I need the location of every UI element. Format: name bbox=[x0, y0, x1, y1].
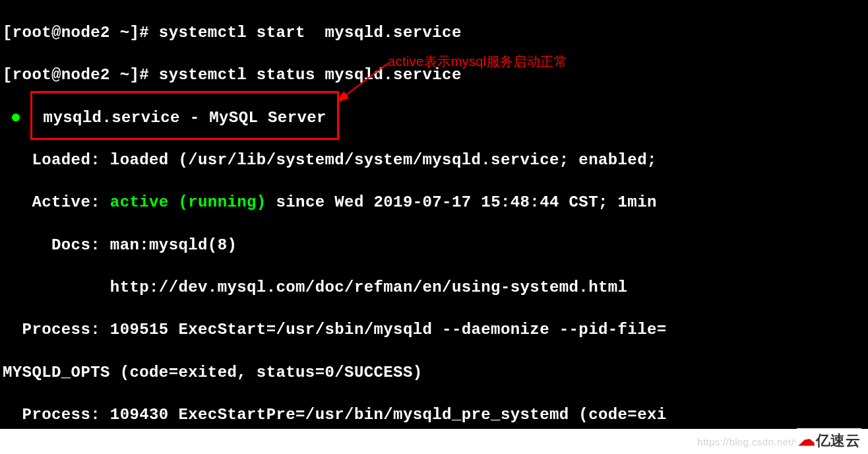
command-text: systemctl start mysqld.service bbox=[159, 24, 462, 42]
shell-prompt: [root@node2 ~]# bbox=[3, 66, 159, 84]
docs-line-1: Docs: man:mysqld(8) bbox=[3, 235, 865, 256]
process-line-1: Process: 109515 ExecStart=/usr/sbin/mysq… bbox=[3, 319, 865, 340]
brand-logo: ☁亿速云 bbox=[795, 428, 863, 451]
annotation-arrow-icon bbox=[330, 61, 396, 107]
cloud-icon: ☁ bbox=[798, 430, 815, 449]
command-line-1: [root@node2 ~]# systemctl start mysqld.s… bbox=[3, 22, 865, 44]
docs-line-2: http://dev.mysql.com/doc/refman/en/using… bbox=[3, 277, 865, 298]
shell-prompt: [root@node2 ~]# bbox=[3, 24, 159, 42]
status-bullet-icon bbox=[12, 113, 20, 121]
process-line-1b: MYSQLD_OPTS (code=exited, status=0/SUCCE… bbox=[3, 362, 865, 383]
active-status: active (running) bbox=[110, 193, 266, 211]
annotation-text: active表示mysql服务启动正常 bbox=[388, 53, 567, 71]
loaded-line: Loaded: loaded (/usr/lib/systemd/system/… bbox=[3, 150, 865, 171]
process-line-2: Process: 109430 ExecStartPre=/usr/bin/my… bbox=[3, 405, 865, 426]
highlight-box bbox=[30, 91, 339, 140]
svg-line-1 bbox=[339, 63, 388, 100]
active-line: Active: active (running) since Wed 2019-… bbox=[3, 192, 865, 213]
